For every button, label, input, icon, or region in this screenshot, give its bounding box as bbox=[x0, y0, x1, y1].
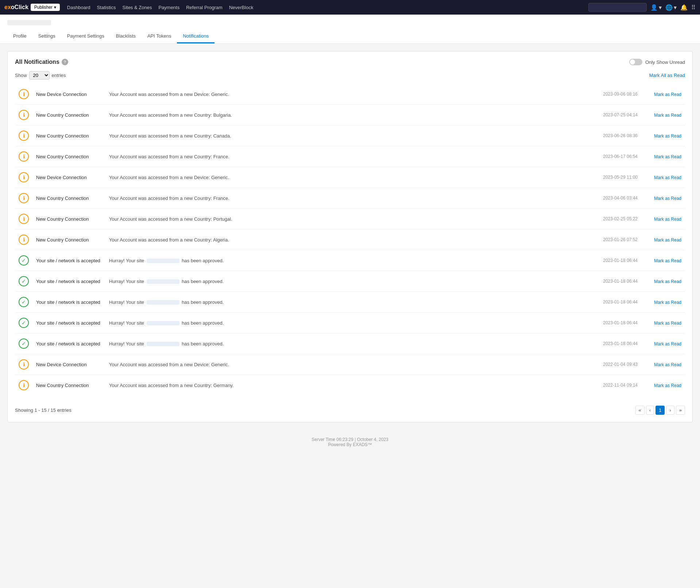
mark-as-read-button[interactable]: Mark as Read bbox=[654, 321, 681, 326]
info-icon: ℹ bbox=[19, 131, 29, 141]
mark-as-read-button[interactable]: Mark as Read bbox=[654, 383, 681, 388]
mark-as-read-button[interactable]: Mark as Read bbox=[654, 175, 681, 180]
mark-as-read-button[interactable]: Mark as Read bbox=[654, 92, 681, 97]
footer: Server Time 06:23:29 | October 4, 2023 P… bbox=[0, 430, 700, 454]
site-name-placeholder bbox=[147, 342, 179, 346]
only-show-unread-label: Only Show Unread bbox=[645, 59, 685, 65]
server-time: Server Time 06:23:29 | October 4, 2023 bbox=[7, 437, 693, 442]
notification-type: Your site / network is accepted bbox=[32, 292, 105, 313]
nav-dashboard[interactable]: Dashboard bbox=[67, 5, 90, 10]
mark-as-read-button[interactable]: Mark as Read bbox=[654, 154, 681, 159]
first-page-button[interactable]: « bbox=[635, 406, 645, 415]
globe-icon: 🌐 bbox=[665, 4, 673, 11]
notification-type: New Country Connection bbox=[32, 375, 105, 396]
panel-title-text: All Notifications bbox=[15, 59, 59, 65]
notification-type: Your site / network is accepted bbox=[32, 271, 105, 292]
mark-as-read-button[interactable]: Mark as Read bbox=[654, 341, 681, 347]
notification-time: 2023-01-26 07:52 bbox=[583, 229, 641, 250]
check-icon: ✓ bbox=[19, 339, 29, 349]
tab-payment-settings[interactable]: Payment Settings bbox=[61, 30, 110, 43]
last-page-button[interactable]: » bbox=[676, 406, 685, 415]
user-account-button[interactable]: 👤 ▾ bbox=[650, 4, 662, 11]
tab-notifications[interactable]: Notifications bbox=[177, 30, 214, 43]
notification-time: 2023-01-18 06:44 bbox=[583, 250, 641, 271]
notification-time: 2023-07-25 04:14 bbox=[583, 105, 641, 125]
next-page-button[interactable]: › bbox=[666, 406, 674, 415]
notification-row: ℹNew Device ConnectionYour Account was a… bbox=[15, 84, 685, 105]
notification-description: Your Account was accessed from a new Dev… bbox=[105, 84, 583, 105]
mark-all-as-read-button[interactable]: Mark All as Read bbox=[649, 73, 685, 78]
notification-time: 2023-01-18 06:44 bbox=[583, 333, 641, 354]
notification-type: New Country Connection bbox=[32, 209, 105, 229]
bell-icon: 🔔 bbox=[680, 4, 688, 11]
mark-as-read-button[interactable]: Mark as Read bbox=[654, 196, 681, 201]
notification-description: Your Account was accessed from a new Cou… bbox=[105, 125, 583, 146]
mark-as-read-button[interactable]: Mark as Read bbox=[654, 279, 681, 284]
notification-time: 2022-11-04 09:14 bbox=[583, 375, 641, 396]
notification-description: Your Account was accessed from a new Cou… bbox=[105, 209, 583, 229]
mark-as-read-button[interactable]: Mark as Read bbox=[654, 113, 681, 118]
notification-row: ℹNew Device ConnectionYour Account was a… bbox=[15, 354, 685, 375]
top-navigation: exoClick Publisher ▾ Dashboard Statistic… bbox=[0, 0, 700, 15]
notifications-panel: All Notifications ? Only Show Unread Sho… bbox=[7, 51, 693, 422]
mark-as-read-button[interactable]: Mark as Read bbox=[654, 237, 681, 243]
tab-api-tokens[interactable]: API Tokens bbox=[142, 30, 177, 43]
tab-profile[interactable]: Profile bbox=[7, 30, 32, 43]
notification-description: Your Account was accessed from a new Cou… bbox=[105, 375, 583, 396]
notification-time: 2023-06-26 08:36 bbox=[583, 125, 641, 146]
notifications-bell-button[interactable]: 🔔 bbox=[680, 4, 688, 11]
notification-type: New Country Connection bbox=[32, 188, 105, 209]
notifications-table: ℹNew Device ConnectionYour Account was a… bbox=[15, 84, 685, 395]
check-icon: ✓ bbox=[19, 318, 29, 328]
mark-as-read-button[interactable]: Mark as Read bbox=[654, 217, 681, 222]
only-show-unread-toggle[interactable] bbox=[629, 59, 642, 65]
nav-sites-zones[interactable]: Sites & Zones bbox=[122, 5, 152, 10]
toggle-slider bbox=[629, 59, 642, 65]
notification-type: New Country Connection bbox=[32, 229, 105, 250]
nav-right-area: 👤 ▾ 🌐 ▾ 🔔 ⠿ bbox=[588, 3, 696, 12]
entries-select[interactable]: 20 50 100 bbox=[29, 71, 50, 80]
check-icon: ✓ bbox=[19, 297, 29, 307]
mark-as-read-button[interactable]: Mark as Read bbox=[654, 134, 681, 139]
notification-row: ℹNew Country ConnectionYour Account was … bbox=[15, 188, 685, 209]
info-icon: ℹ bbox=[19, 89, 29, 99]
check-icon: ✓ bbox=[19, 255, 29, 266]
notification-time: 2023-06-17 06:54 bbox=[583, 146, 641, 167]
nav-payments[interactable]: Payments bbox=[158, 5, 179, 10]
nav-statistics[interactable]: Statistics bbox=[97, 5, 116, 10]
nav-referral[interactable]: Referral Program bbox=[186, 5, 223, 10]
notification-description: Your Account was accessed from a new Dev… bbox=[105, 354, 583, 375]
prev-page-button[interactable]: ‹ bbox=[646, 406, 654, 415]
publisher-button[interactable]: Publisher ▾ bbox=[31, 4, 60, 11]
notification-description: Your Account was accessed from a new Cou… bbox=[105, 188, 583, 209]
site-name-placeholder bbox=[147, 300, 179, 305]
notification-description: Your Account was accessed from a new Cou… bbox=[105, 146, 583, 167]
notification-description: Hurray! Your site has been approved. bbox=[105, 333, 583, 354]
notification-description: Hurray! Your site has been approved. bbox=[105, 292, 583, 313]
main-nav-links: Dashboard Statistics Sites & Zones Payme… bbox=[67, 5, 254, 10]
panel-header: All Notifications ? Only Show Unread bbox=[15, 59, 685, 65]
notification-type: New Device Connection bbox=[32, 167, 105, 188]
entries-left: Show 20 50 100 entries bbox=[15, 71, 66, 80]
notification-row: ℹNew Country ConnectionYour Account was … bbox=[15, 229, 685, 250]
mark-as-read-button[interactable]: Mark as Read bbox=[654, 258, 681, 263]
notification-time: 2023-05-29 11:00 bbox=[583, 167, 641, 188]
profile-section: Profile Settings Payment Settings Blackl… bbox=[0, 15, 700, 44]
notification-row: ✓Your site / network is acceptedHurray! … bbox=[15, 271, 685, 292]
info-icon: ℹ bbox=[19, 193, 29, 203]
menu-icon-button[interactable]: ⠿ bbox=[691, 4, 696, 11]
page-1-button[interactable]: 1 bbox=[655, 406, 665, 415]
panel-title-area: All Notifications ? bbox=[15, 59, 68, 65]
dropdown-chevron-icon: ▾ bbox=[54, 5, 56, 10]
help-icon[interactable]: ? bbox=[62, 59, 68, 65]
tab-blacklists[interactable]: Blacklists bbox=[110, 30, 142, 43]
language-button[interactable]: 🌐 ▾ bbox=[665, 4, 677, 11]
search-input[interactable] bbox=[588, 3, 647, 12]
mark-as-read-button[interactable]: Mark as Read bbox=[654, 300, 681, 305]
tab-settings[interactable]: Settings bbox=[32, 30, 61, 43]
mark-as-read-button[interactable]: Mark as Read bbox=[654, 362, 681, 367]
publisher-label: Publisher bbox=[34, 5, 53, 10]
nav-neverblock[interactable]: NeverBlock bbox=[229, 5, 253, 10]
pagination-controls: « ‹ 1 › » bbox=[635, 406, 685, 415]
brand-logo: exoClick bbox=[4, 4, 28, 11]
